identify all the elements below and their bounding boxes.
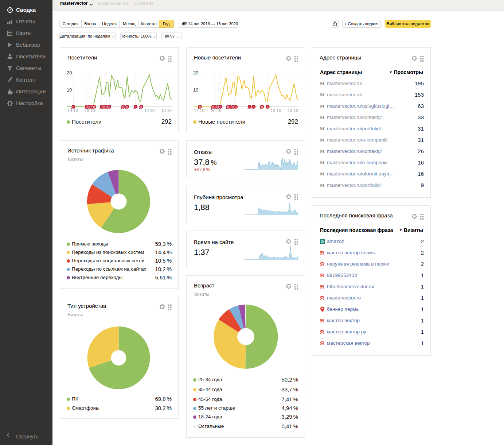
svg-text:14.10 — 20.10: 14.10 — 20.10	[67, 108, 95, 113]
svg-text:Н: Н	[261, 106, 263, 108]
svg-text:10: 10	[193, 87, 198, 93]
svg-text:Н: Н	[267, 106, 268, 108]
svg-text:Н: Н	[249, 106, 250, 108]
svg-text:Н: Н	[122, 106, 124, 108]
svg-text:Н: Н	[109, 106, 110, 108]
svg-text:20: 20	[67, 70, 72, 76]
svg-text:Н: Н	[135, 106, 136, 108]
svg-text:Н: Н	[73, 106, 74, 108]
svg-text:Н: Н	[126, 106, 128, 108]
svg-text:Н: Н	[235, 106, 237, 108]
svg-text:20: 20	[193, 70, 198, 76]
svg-text:12.10 — 13.10: 12.10 — 13.10	[144, 108, 172, 113]
svg-text:12.10 — 13.10: 12.10 — 13.10	[271, 108, 298, 113]
svg-text:Н: Н	[199, 106, 200, 108]
svg-text:Н: Н	[220, 106, 221, 108]
svg-text:Н: Н	[93, 106, 95, 108]
svg-text:Н: Н	[140, 106, 142, 108]
svg-text:10: 10	[67, 87, 72, 93]
svg-text:14.10 — 20.10: 14.10 — 20.10	[194, 108, 221, 113]
svg-text:Н: Н	[253, 106, 254, 108]
